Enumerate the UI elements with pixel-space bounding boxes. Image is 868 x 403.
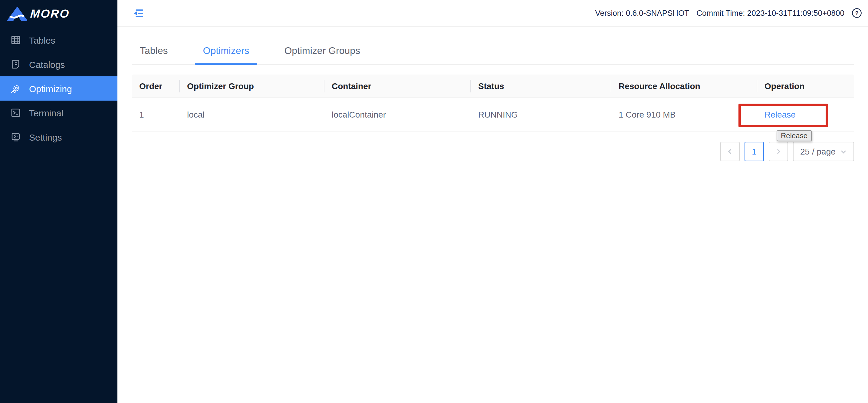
commit-time-text: Commit Time: 2023-10-31T11:09:50+0800 — [696, 8, 844, 18]
settings-icon — [10, 132, 21, 142]
amoro-logo-text: MORO — [30, 7, 70, 21]
tab-optimizer-groups[interactable]: Optimizer Groups — [276, 46, 368, 64]
column-header-container: Container — [324, 81, 471, 91]
cell-resource-allocation: 1 Core 910 MB — [611, 109, 757, 119]
cell-optimizer-group: local — [180, 109, 324, 119]
terminal-icon — [10, 108, 21, 118]
optimizing-icon — [10, 83, 21, 94]
topbar: Version: 0.6.0-SNAPSHOT Commit Time: 202… — [117, 0, 868, 27]
sidebar-item-label: Optimizing — [29, 83, 72, 94]
tab-optimizers[interactable]: Optimizers — [195, 46, 257, 64]
version-text: Version: 0.6.0-SNAPSHOT — [595, 8, 689, 18]
sidebar-item-optimizing[interactable]: Optimizing — [0, 76, 117, 100]
sidebar: MORO Tables — [0, 0, 117, 403]
column-header-resource-allocation: Resource Allocation — [611, 81, 757, 91]
cell-operation: Release — [757, 109, 854, 119]
release-button[interactable]: Release — [765, 109, 796, 119]
column-header-optimizer-group: Optimizer Group — [180, 81, 324, 91]
question-circle-icon[interactable]: ? — [851, 8, 862, 18]
cell-container: localContainer — [324, 109, 471, 119]
amoro-logo-icon — [7, 7, 27, 21]
cell-status: RUNNING — [471, 109, 611, 119]
sidebar-item-label: Tables — [29, 35, 55, 45]
sidebar-item-label: Catalogs — [29, 59, 65, 69]
content: Tables Optimizers Optimizer Groups Order… — [117, 27, 868, 161]
sidebar-item-catalogs[interactable]: Catalogs — [0, 52, 117, 76]
cell-order: 1 — [132, 109, 180, 119]
catalogs-icon — [10, 59, 21, 69]
chevron-left-icon — [727, 148, 733, 154]
pagination-next-button[interactable] — [769, 142, 788, 161]
table-row: 1 local localContainer RUNNING 1 Core 91… — [132, 97, 854, 132]
chevron-down-icon — [840, 148, 847, 155]
release-tooltip: Release — [777, 130, 812, 141]
column-header-status: Status — [471, 81, 611, 91]
chevron-right-icon — [775, 148, 781, 154]
column-header-order: Order — [132, 81, 180, 91]
main-area: Version: 0.6.0-SNAPSHOT Commit Time: 202… — [117, 0, 868, 403]
column-header-operation: Operation — [757, 81, 854, 91]
page-size-value: 25 / page — [800, 147, 836, 156]
menu-fold-icon[interactable] — [132, 7, 144, 19]
sidebar-item-tables[interactable]: Tables — [0, 28, 117, 52]
sidebar-item-settings[interactable]: Settings — [0, 125, 117, 149]
sidebar-menu: Tables Catalogs — [0, 28, 117, 149]
tables-icon — [10, 35, 21, 45]
table-header-row: Order Optimizer Group Container Status R… — [132, 75, 854, 97]
pagination-page-1[interactable]: 1 — [745, 142, 764, 161]
sidebar-item-label: Settings — [29, 132, 62, 142]
app-window: MORO Tables — [0, 0, 868, 403]
tab-tables[interactable]: Tables — [132, 46, 176, 64]
sidebar-item-terminal[interactable]: Terminal — [0, 100, 117, 125]
page-size-select[interactable]: 25 / page — [793, 142, 854, 161]
sidebar-item-label: Terminal — [29, 108, 63, 118]
pagination: 1 25 / page — [132, 142, 854, 161]
optimizers-table: Order Optimizer Group Container Status R… — [132, 75, 854, 132]
svg-text:?: ? — [855, 10, 859, 17]
tab-bar: Tables Optimizers Optimizer Groups — [132, 27, 854, 65]
pagination-prev-button[interactable] — [720, 142, 740, 161]
amoro-logo: MORO — [0, 0, 117, 28]
